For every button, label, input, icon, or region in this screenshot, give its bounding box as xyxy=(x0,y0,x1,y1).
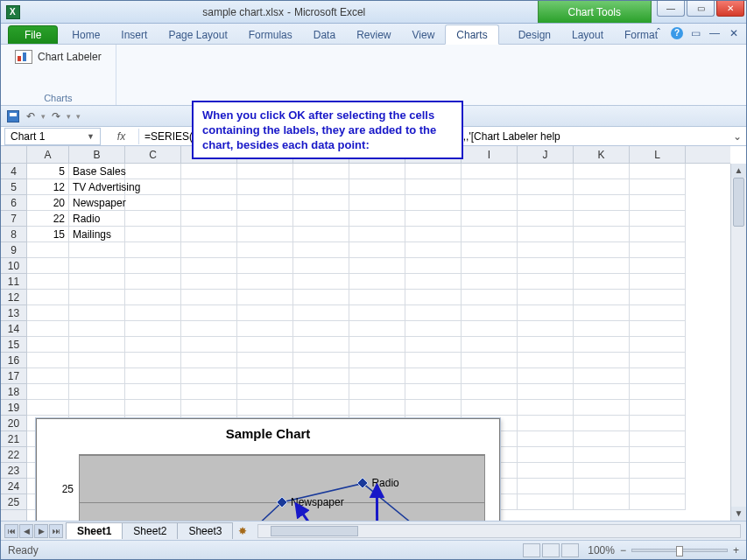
row-header-17[interactable]: 17 xyxy=(1,368,26,384)
cell-J16[interactable] xyxy=(518,353,574,368)
vertical-scrollbar[interactable]: ▲ ▼ xyxy=(730,164,746,521)
cell-F10[interactable] xyxy=(293,258,349,274)
row-header-7[interactable]: 7 xyxy=(1,211,26,227)
cell-G11[interactable] xyxy=(349,274,405,290)
cell-G18[interactable] xyxy=(349,384,405,400)
maximize-button[interactable]: ▭ xyxy=(687,1,715,17)
cell-H15[interactable] xyxy=(405,337,462,353)
cell-I17[interactable] xyxy=(462,368,518,384)
cell-D19[interactable] xyxy=(181,400,237,416)
cell-D7[interactable] xyxy=(181,211,237,227)
cell-J4[interactable] xyxy=(518,164,574,179)
cell-E13[interactable] xyxy=(237,305,293,321)
cell-J8[interactable] xyxy=(518,227,574,242)
cell-K5[interactable] xyxy=(574,179,630,195)
cell-D6[interactable] xyxy=(181,195,237,211)
cell-C5[interactable] xyxy=(125,179,181,195)
formula-expand-icon[interactable]: ⌄ xyxy=(729,130,746,143)
vscroll-thumb[interactable] xyxy=(733,178,744,227)
cell-J15[interactable] xyxy=(518,337,574,353)
scroll-up-icon[interactable]: ▲ xyxy=(731,164,746,178)
cell-J12[interactable] xyxy=(518,290,574,305)
page-layout-view-icon[interactable] xyxy=(542,543,560,557)
scroll-down-icon[interactable]: ▼ xyxy=(731,507,746,521)
cell-H10[interactable] xyxy=(405,258,462,274)
cell-B14[interactable] xyxy=(69,321,125,337)
cell-D10[interactable] xyxy=(181,258,237,274)
cell-J11[interactable] xyxy=(518,274,574,290)
cell-F18[interactable] xyxy=(293,384,349,400)
cell-B10[interactable] xyxy=(69,258,125,274)
cell-L11[interactable] xyxy=(630,274,686,290)
cell-A17[interactable] xyxy=(27,368,69,384)
cell-H11[interactable] xyxy=(405,274,462,290)
cell-L8[interactable] xyxy=(630,227,686,242)
chart-object[interactable]: Sample Chart 510152025 Base SalesTV Adve… xyxy=(36,418,500,521)
qat-customize-icon[interactable]: ▾ xyxy=(76,112,81,121)
cell-F19[interactable] xyxy=(293,400,349,416)
cell-J22[interactable] xyxy=(518,447,574,463)
row-header-25[interactable]: 25 xyxy=(1,494,26,510)
cell-D5[interactable] xyxy=(181,179,237,195)
cell-J18[interactable] xyxy=(518,384,574,400)
row-header-24[interactable]: 24 xyxy=(1,479,26,494)
cell-E10[interactable] xyxy=(237,258,293,274)
cell-L10[interactable] xyxy=(630,258,686,274)
row-header-20[interactable]: 20 xyxy=(1,416,26,431)
cell-C10[interactable] xyxy=(125,258,181,274)
cell-B15[interactable] xyxy=(69,337,125,353)
cell-L5[interactable] xyxy=(630,179,686,195)
cell-A8[interactable]: 15 xyxy=(27,227,69,242)
zoom-level[interactable]: 100% xyxy=(588,544,615,556)
column-header-A[interactable]: A xyxy=(27,146,69,163)
row-header-13[interactable]: 13 xyxy=(1,305,26,321)
cell-L9[interactable] xyxy=(630,242,686,258)
cell-L4[interactable] xyxy=(630,164,686,179)
cell-E18[interactable] xyxy=(237,384,293,400)
cell-L15[interactable] xyxy=(630,337,686,353)
cell-C8[interactable] xyxy=(125,227,181,242)
cell-H18[interactable] xyxy=(405,384,462,400)
cell-L20[interactable] xyxy=(630,416,686,431)
fx-button[interactable]: fx xyxy=(104,129,139,144)
cell-K4[interactable] xyxy=(574,164,630,179)
tab-data[interactable]: Data xyxy=(303,25,346,44)
cell-D4[interactable] xyxy=(181,164,237,179)
cell-L17[interactable] xyxy=(630,368,686,384)
cell-I18[interactable] xyxy=(462,384,518,400)
tab-page-layout[interactable]: Page Layout xyxy=(158,25,237,44)
tab-layout[interactable]: Layout xyxy=(561,25,614,44)
cell-C16[interactable] xyxy=(125,353,181,368)
cell-I19[interactable] xyxy=(462,400,518,416)
zoom-slider[interactable] xyxy=(631,549,728,552)
cell-I15[interactable] xyxy=(462,337,518,353)
cell-L22[interactable] xyxy=(630,447,686,463)
cell-B12[interactable] xyxy=(69,290,125,305)
cell-H5[interactable] xyxy=(405,179,462,195)
cell-J13[interactable] xyxy=(518,305,574,321)
cell-D18[interactable] xyxy=(181,384,237,400)
cell-C13[interactable] xyxy=(125,305,181,321)
cell-D17[interactable] xyxy=(181,368,237,384)
cell-K16[interactable] xyxy=(574,353,630,368)
column-header-K[interactable]: K xyxy=(574,146,630,163)
page-break-view-icon[interactable] xyxy=(561,543,579,557)
cell-L18[interactable] xyxy=(630,384,686,400)
row-header-16[interactable]: 16 xyxy=(1,353,26,368)
cell-J20[interactable] xyxy=(518,416,574,431)
cell-D16[interactable] xyxy=(181,353,237,368)
cell-A12[interactable] xyxy=(27,290,69,305)
cell-G10[interactable] xyxy=(349,258,405,274)
cell-J5[interactable] xyxy=(518,179,574,195)
cell-L16[interactable] xyxy=(630,353,686,368)
cell-I7[interactable] xyxy=(462,211,518,227)
insert-sheet-icon[interactable]: ✸ xyxy=(233,525,252,537)
cell-F5[interactable] xyxy=(293,179,349,195)
name-box[interactable]: Chart 1 ▼ xyxy=(4,128,101,145)
row-header-4[interactable]: 4 xyxy=(1,164,26,179)
tab-view[interactable]: View xyxy=(402,25,446,44)
select-all-corner[interactable] xyxy=(1,146,27,164)
zoom-in-icon[interactable]: + xyxy=(733,544,739,556)
file-tab[interactable]: File xyxy=(8,25,58,44)
cell-L14[interactable] xyxy=(630,321,686,337)
